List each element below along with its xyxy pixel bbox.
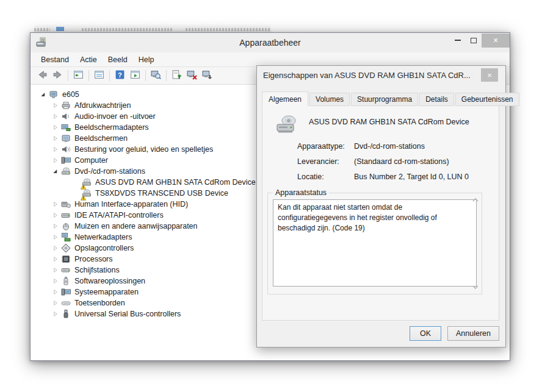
- dialog-title: Eigenschappen van ASUS DVD RAM GHB1N SAT…: [263, 71, 483, 80]
- forward-button[interactable]: [50, 69, 65, 82]
- field-label: Leverancier:: [297, 157, 354, 166]
- tree-item-label: ASUS DVD RAM GHB1N SATA CdRom Device: [95, 178, 256, 187]
- close-button[interactable]: ×: [482, 34, 510, 48]
- tree-item-label: Universal Serial Bus-controllers: [74, 310, 181, 318]
- processor-icon: [61, 254, 71, 264]
- disable-device-button[interactable]: [200, 69, 215, 82]
- field-label: Apparaattype:: [297, 142, 354, 151]
- expand-arrow-icon[interactable]: [51, 299, 60, 307]
- expand-arrow-icon[interactable]: [51, 156, 60, 165]
- toolbar-separator: [166, 70, 167, 81]
- monitor-icon: [61, 134, 71, 143]
- expand-arrow-icon[interactable]: [51, 233, 60, 241]
- window-titlebar: Apparaatbeheer ×: [31, 33, 510, 52]
- toolbar-separator: [109, 70, 110, 81]
- update-driver-button[interactable]: [169, 69, 184, 82]
- expand-arrow-icon[interactable]: [51, 200, 60, 208]
- scroll-down-icon[interactable]: [471, 283, 480, 291]
- scan-hardware-button[interactable]: [148, 69, 164, 82]
- properties-dialog: Eigenschappen van ASUS DVD RAM GHB1N SAT…: [256, 65, 506, 347]
- menu-actie[interactable]: Actie: [74, 54, 103, 66]
- tree-item-label: Toetsenborden: [74, 299, 125, 307]
- tree-item-label: Netwerkadapters: [74, 233, 132, 241]
- minimize-button[interactable]: [450, 34, 466, 47]
- tree-item-label: Muizen en andere aanwijsapparaten: [74, 222, 198, 230]
- maximize-button[interactable]: [466, 34, 482, 47]
- tree-item-label: Computer: [74, 156, 108, 165]
- tab-algemeen[interactable]: Algemeen: [262, 91, 308, 107]
- console-tree-icon: [73, 69, 84, 82]
- expand-arrow-icon[interactable]: [51, 255, 60, 263]
- cd-drive-icon: [82, 188, 92, 198]
- ok-button[interactable]: OK: [410, 326, 441, 341]
- tree-item-label: e605: [62, 90, 79, 99]
- tree-item-label: Beeldschermen: [74, 134, 128, 143]
- help-icon: ?: [115, 69, 125, 82]
- cd-drive-icon: [82, 177, 92, 187]
- toolbar-separator: [145, 70, 146, 81]
- usb-controller-icon: [61, 309, 71, 319]
- expand-arrow-icon[interactable]: [51, 222, 60, 230]
- expand-arrow-icon[interactable]: [51, 123, 60, 132]
- properties-button[interactable]: [92, 69, 107, 82]
- screen: { "window": { "title": "Apparaatbeheer",…: [0, 0, 542, 392]
- cancel-button[interactable]: Annuleren: [447, 326, 499, 341]
- expand-arrow-icon[interactable]: [51, 134, 60, 143]
- window-controls: ×: [450, 33, 510, 48]
- expand-arrow-icon[interactable]: [51, 145, 60, 154]
- tab-details[interactable]: Details: [419, 93, 454, 106]
- menu-beeld[interactable]: Beeld: [103, 54, 133, 66]
- tab-stuurprogramma[interactable]: Stuurprogramma: [351, 93, 418, 106]
- uninstall-device-button[interactable]: [184, 69, 200, 82]
- field-label: Locatie:: [297, 173, 354, 181]
- background-breadcrumb-icon: [56, 27, 64, 31]
- scroll-up-icon[interactable]: [471, 196, 480, 204]
- field-value: Dvd-/cd-rom-stations: [354, 142, 425, 151]
- expand-arrow-icon[interactable]: [51, 277, 60, 285]
- tree-item-label: Softwareoplossingen: [74, 277, 145, 285]
- collapse-arrow-icon[interactable]: [39, 90, 48, 99]
- expand-arrow-icon[interactable]: [51, 288, 60, 296]
- tree-item-label: Processors: [74, 255, 113, 263]
- uninstall-device-icon: [187, 69, 197, 82]
- device-name: ASUS DVD RAM GHB1N SATA CdRom Device: [309, 118, 469, 136]
- action-pane-icon: [130, 69, 140, 82]
- menu-bestand[interactable]: Bestand: [35, 54, 74, 66]
- expand-arrow-icon[interactable]: [51, 266, 60, 274]
- tree-item-label: IDE ATA/ATAPI-controllers: [74, 211, 164, 219]
- dialog-close-button[interactable]: ×: [481, 68, 498, 82]
- cdrom-device-icon: [275, 114, 299, 136]
- mouse-icon: [61, 221, 71, 231]
- field-apparaattype: Apparaattype:Dvd-/cd-rom-stations: [297, 142, 469, 151]
- show-console-tree-button[interactable]: [71, 69, 86, 82]
- expand-arrow-icon[interactable]: [51, 310, 60, 318]
- menu-help[interactable]: Help: [133, 54, 160, 66]
- collapse-arrow-icon[interactable]: [51, 167, 60, 176]
- expand-arrow-icon[interactable]: [51, 244, 60, 252]
- software-component-icon: [61, 276, 71, 286]
- device-status-text[interactable]: Kan dit apparaat niet starten omdat de c…: [273, 199, 477, 287]
- expand-arrow-icon[interactable]: [51, 211, 60, 219]
- expand-arrow-icon[interactable]: [51, 112, 60, 121]
- field-locatie: Locatie:Bus Number 2, Target Id 0, LUN 0: [297, 173, 469, 181]
- system-computer-icon: [61, 155, 71, 165]
- back-arrow-icon: [37, 69, 48, 82]
- tree-item-label: Afdrukwachtrijen: [74, 101, 131, 110]
- tab-page-algemeen: ASUS DVD RAM GHB1N SATA CdRom Device App…: [262, 104, 499, 321]
- forward-arrow-icon: [52, 69, 63, 82]
- ide-controller-icon: [61, 210, 71, 220]
- tree-item-label: Besturing voor geluid, video en spelletj…: [74, 145, 213, 154]
- tree-item-label: Opslagcontrollers: [74, 244, 134, 252]
- back-button[interactable]: [35, 69, 50, 82]
- audio-controller-icon: [61, 144, 71, 154]
- disk-drive-icon: [61, 265, 71, 275]
- action-pane-button[interactable]: [128, 69, 143, 82]
- window-title: Apparaatbeheer: [31, 38, 510, 48]
- tab-volumes[interactable]: Volumes: [309, 93, 350, 106]
- expand-arrow-icon[interactable]: [51, 101, 60, 110]
- arrow-spacer: [72, 178, 81, 187]
- device-fields: Apparaattype:Dvd-/cd-rom-stationsLeveran…: [297, 142, 469, 188]
- help-button[interactable]: ?: [112, 69, 128, 82]
- keyboard-icon: [61, 298, 71, 308]
- tab-gebeurtenissen[interactable]: Gebeurtenissen: [455, 93, 519, 106]
